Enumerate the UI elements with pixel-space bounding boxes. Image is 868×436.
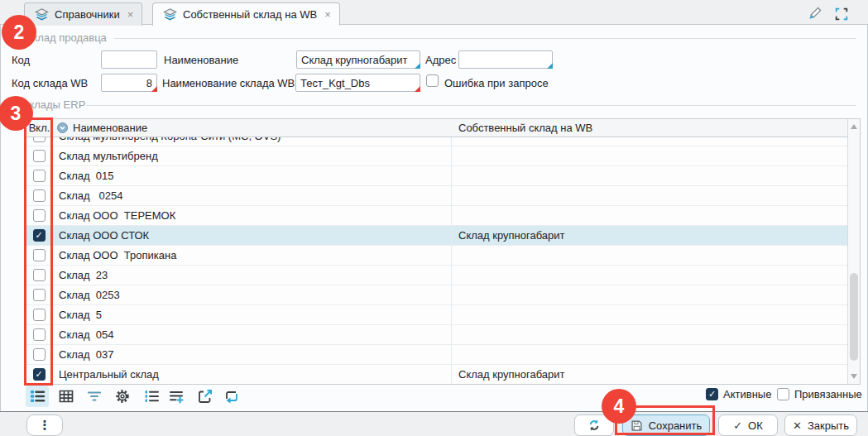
row-wb — [452, 285, 847, 304]
filter-linked[interactable]: Привязанные — [777, 388, 862, 400]
row-wb — [452, 266, 847, 285]
edit-pencil-icon[interactable] — [805, 5, 823, 23]
field-corner-marker — [151, 86, 157, 92]
row-name: Склад ООО Тропикана — [52, 246, 452, 265]
tab-own-warehouse-wb[interactable]: Собственный склад на WB × — [152, 2, 340, 26]
wb-name-input[interactable] — [295, 74, 420, 92]
row-name: Склад 23 — [52, 266, 452, 285]
row-wb — [452, 166, 847, 185]
tab-label: Собственный склад на WB — [183, 8, 317, 21]
row-wb — [452, 246, 847, 265]
address-input[interactable] — [458, 50, 553, 69]
table-row[interactable]: Склад мультибренд Корона-Сити (МС, OVS) — [26, 137, 847, 146]
linked-label: Привязанные — [794, 388, 862, 400]
fullscreen-icon[interactable] — [832, 5, 851, 23]
name-input[interactable] — [296, 50, 420, 69]
open-external-icon[interactable] — [194, 386, 217, 407]
row-wb — [452, 146, 847, 165]
active-checkbox[interactable]: ✓ — [706, 388, 718, 400]
ok-button[interactable]: ✓ ОК — [718, 414, 778, 436]
name-label: Наименование — [164, 54, 238, 66]
row-name: Склад ООО СТОК — [52, 226, 452, 245]
wb-code-input[interactable] — [101, 74, 157, 92]
linked-checkbox[interactable] — [777, 388, 789, 400]
filter-active[interactable]: ✓ Активные — [706, 388, 771, 400]
kebab-menu-button[interactable]: ⋮ — [26, 414, 63, 436]
table-row[interactable]: ✓ Центральный склад Склад крупногабарит — [26, 365, 847, 384]
address-label: Адрес — [425, 54, 456, 66]
erp-table-body: Склад мультибренд Корона-Сити (МС, OVS) … — [26, 137, 847, 384]
table-row[interactable]: Склад 054 — [26, 325, 847, 345]
field-corner-marker — [415, 63, 420, 69]
list-view-icon[interactable] — [26, 386, 49, 407]
table-row[interactable]: Склад ООО ТЕРЕМОК — [26, 206, 847, 226]
close-button[interactable]: ✕ Закрыть — [784, 414, 857, 436]
wb-name-label: Наименование склада WB — [162, 77, 295, 89]
row-name: Склад 0254 — [52, 186, 452, 205]
row-name: Склад 0253 — [52, 285, 452, 304]
column-header-name[interactable]: Наименование — [52, 122, 452, 134]
app-window: Справочники × Собственный склад на WB × … — [0, 0, 868, 436]
row-wb — [452, 206, 847, 225]
table-row[interactable]: Склад 015 — [26, 166, 847, 186]
kebab-menu-icon: ⋮ — [39, 418, 51, 433]
field-corner-marker — [415, 86, 420, 92]
annotation-badge-2: 2 — [2, 15, 36, 50]
wb-code-label: Код склада WB — [12, 77, 88, 89]
table-row[interactable]: Склад 0253 — [26, 285, 847, 305]
scroll-up-icon[interactable] — [851, 124, 857, 129]
code-label: Код — [12, 54, 30, 66]
scroll-down-icon[interactable] — [851, 374, 857, 379]
column-header-own-wb[interactable]: Собственный склад на WB — [452, 122, 847, 134]
erp-warehouses-table: Вкл. Наименование Собственный склад на W… — [26, 118, 861, 385]
row-name: Склад 015 — [52, 166, 452, 185]
row-name: Склад мультибренд Корона-Сити (МС, OVS) — [52, 137, 452, 146]
table-row[interactable]: Склад 5 — [26, 305, 847, 325]
code-input[interactable] — [101, 50, 157, 69]
tab-label: Справочники — [55, 8, 120, 21]
row-name: Склад 037 — [52, 345, 452, 364]
table-header: Вкл. Наименование Собственный склад на W… — [26, 119, 847, 137]
group-title-seller-warehouse: Склад продавца — [25, 31, 107, 44]
reload-icon[interactable] — [220, 386, 243, 407]
annotation-badge-3: 3 — [0, 96, 33, 131]
table-row[interactable]: Склад 0254 — [26, 186, 847, 206]
row-wb: Склад крупногабарит — [452, 226, 847, 245]
row-wb — [452, 325, 847, 344]
row-wb — [452, 137, 847, 146]
close-label: Закрыть — [808, 419, 849, 432]
row-name: Центральный склад — [52, 365, 452, 384]
filter-icon[interactable] — [83, 386, 106, 407]
scrollbar-thumb[interactable] — [850, 273, 858, 361]
grid-view-icon[interactable] — [55, 386, 78, 407]
active-label: Активные — [723, 388, 771, 400]
footer-bar: ⋮ Сохранить ✓ ОК ✕ Закрыть — [0, 411, 868, 436]
sort-icon[interactable] — [57, 122, 68, 133]
layers-icon — [163, 8, 177, 21]
error-on-request-label: Ошибка при запросе — [444, 77, 549, 89]
annotation-rect-enabled-column — [24, 117, 53, 386]
row-wb — [452, 305, 847, 324]
tab-close-icon[interactable]: × — [324, 8, 331, 21]
refresh-icon — [587, 419, 601, 432]
numbered-list-icon[interactable] — [140, 386, 163, 407]
check-icon: ✓ — [733, 419, 742, 432]
close-x-icon: ✕ — [793, 419, 802, 432]
table-row[interactable]: Склад ООО Тропикана — [26, 246, 847, 266]
tab-bar: Справочники × Собственный склад на WB × — [0, 0, 868, 25]
column-header-name-label: Наименование — [73, 122, 147, 134]
tab-close-icon[interactable]: × — [127, 8, 134, 21]
table-row[interactable]: Склад 23 — [26, 266, 847, 285]
vertical-scrollbar[interactable] — [847, 119, 860, 384]
tab-directories[interactable]: Справочники × — [24, 2, 142, 26]
row-name: Склад 5 — [52, 305, 452, 324]
layers-icon — [35, 8, 49, 21]
row-name: Склад ООО ТЕРЕМОК — [52, 206, 452, 225]
table-row[interactable]: Склад мультибренд — [26, 146, 847, 166]
row-name: Склад 054 — [52, 325, 452, 344]
add-rows-icon[interactable] — [165, 386, 188, 407]
table-row[interactable]: Склад 037 — [26, 345, 847, 365]
gear-icon[interactable] — [111, 386, 134, 407]
table-row[interactable]: ✓ Склад ООО СТОК Склад крупногабарит — [26, 226, 847, 246]
error-on-request-checkbox[interactable] — [426, 74, 439, 87]
